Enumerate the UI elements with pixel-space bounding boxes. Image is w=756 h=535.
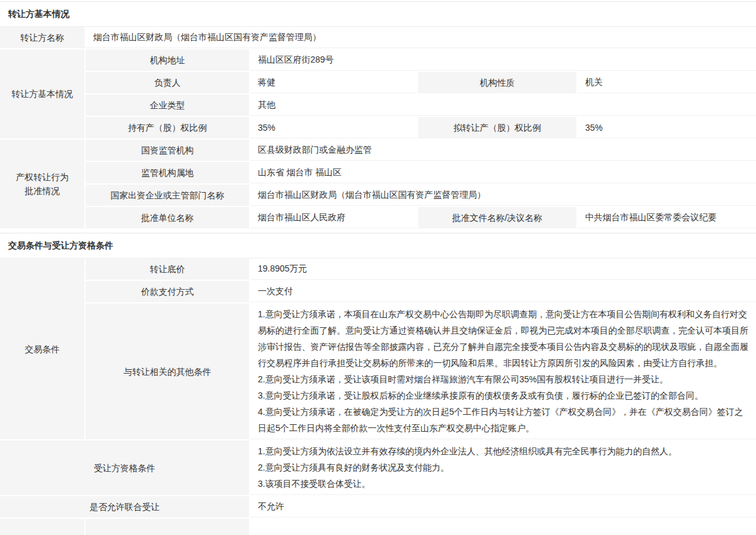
transferor-basic-rows: 机构地址 福山区区府街289号 负责人 蒋健 机构性质 机关 企业类型 其他 持… — [86, 49, 756, 138]
approval-group-label: 产权转让行为 批准情况 — [0, 140, 84, 228]
approval-doc-label: 批准文件名称/决议名称 — [418, 207, 576, 228]
org-address-value: 福山区区府街289号 — [250, 49, 756, 71]
section-trade-conditions: 交易条件与受让方资格条件 交易条件 转让底价 19.8905万元 价款支付方式 … — [0, 233, 756, 535]
transferor-name-value: 烟台市福山区财政局（烟台市福山区国有资产监督管理局） — [86, 27, 756, 48]
partial-label-cell — [86, 519, 249, 535]
other-conditions-value: 1.意向受让方须承诺，本项目在山东产权交易中心公告期即为尽职调查期，意向受让方在… — [250, 303, 756, 439]
approval-doc-value: 中共烟台市福山区委常委会议纪要 — [578, 207, 756, 228]
row-holding-ratio: 持有产（股）权比例 35% 拟转让产（股）权比例 35% — [86, 117, 756, 138]
payment-label: 价款支付方式 — [86, 281, 249, 302]
section-title-trade: 交易条件与受让方资格条件 — [0, 233, 756, 258]
partial-group-cell — [0, 519, 84, 535]
row-joint-transfer: 是否允许联合受让 不允许 — [0, 496, 756, 517]
transfer-listing-document: 转让方基本情况 转让方名称 烟台市福山区财政局（烟台市福山区国有资产监督管理局）… — [0, 1, 756, 535]
sasac-value: 区县级财政部门或金融办监管 — [250, 140, 756, 161]
row-transferor-name: 转让方名称 烟台市福山区财政局（烟台市福山区国有资产监督管理局） — [0, 27, 756, 48]
transferor-name-label: 转让方名称 — [0, 27, 84, 48]
row-other-conditions: 与转让相关的其他条件 1.意向受让方须承诺，本项目在山东产权交易中心公告期即为尽… — [86, 303, 756, 439]
approver-label: 批准单位名称 — [86, 207, 249, 228]
org-nature-value: 机关 — [578, 72, 756, 93]
enterprise-type-label: 企业类型 — [86, 94, 249, 116]
group-approval-info: 产权转让行为 批准情况 国资监管机构 区县级财政部门或金融办监管 监管机构属地 … — [0, 140, 756, 228]
enterprise-type-value: 其他 — [250, 94, 756, 116]
region-label: 监管机构属地 — [86, 162, 249, 183]
row-qualification: 受让方资格条件 1.意向受让方须为依法设立并有效存续的境内外企业法人、其他经济组… — [0, 441, 756, 495]
row-approver: 批准单位名称 烟台市福山区人民政府 批准文件名称/决议名称 中共烟台市福山区委常… — [86, 207, 756, 228]
transfer-ratio-label: 拟转让产（股）权比例 — [418, 117, 576, 138]
row-principal: 负责人 蒋健 机构性质 机关 — [86, 72, 756, 93]
org-nature-label: 机构性质 — [418, 72, 576, 93]
qualification-value: 1.意向受让方须为依法设立并有效存续的境内外企业法人、其他经济组织或具有完全民事… — [250, 441, 756, 495]
transfer-ratio-value: 35% — [578, 117, 756, 138]
holding-ratio-value: 35% — [250, 117, 417, 138]
joint-transfer-value: 不允许 — [250, 496, 756, 517]
transferor-basic-group-label: 转让方基本情况 — [0, 49, 84, 138]
parent-org-value: 烟台市福山区财政局（烟台市福山区国有资产监督管理局） — [250, 185, 756, 206]
group-transferor-basic: 转让方基本情况 机构地址 福山区区府街289号 负责人 蒋健 机构性质 机关 企… — [0, 49, 756, 138]
trade-group-label: 交易条件 — [0, 258, 84, 439]
trade-condition-rows: 转让底价 19.8905万元 价款支付方式 一次支付 与转让相关的其他条件 1.… — [86, 258, 756, 439]
partial-value-cell — [250, 519, 756, 535]
row-sasac: 国资监管机构 区县级财政部门或金融办监管 — [86, 140, 756, 161]
group-trade-conditions: 交易条件 转让底价 19.8905万元 价款支付方式 一次支付 与转让相关的其他… — [0, 258, 756, 439]
principal-label: 负责人 — [86, 72, 249, 93]
section-title-transferor: 转让方基本情况 — [0, 1, 756, 27]
row-payment-method: 价款支付方式 一次支付 — [86, 281, 756, 302]
org-address-label: 机构地址 — [86, 49, 249, 71]
section-transferor-info: 转让方基本情况 转让方名称 烟台市福山区财政局（烟台市福山区国有资产监督管理局）… — [0, 1, 756, 228]
sasac-label: 国资监管机构 — [86, 140, 249, 161]
qualification-label: 受让方资格条件 — [0, 441, 249, 495]
row-parent-org: 国家出资企业或主管部门名称 烟台市福山区财政局（烟台市福山区国有资产监督管理局） — [86, 185, 756, 206]
parent-org-label: 国家出资企业或主管部门名称 — [86, 185, 249, 206]
row-region: 监管机构属地 山东省 烟台市 福山区 — [86, 162, 756, 183]
joint-transfer-label: 是否允许联合受让 — [0, 496, 249, 517]
row-floor-price: 转让底价 19.8905万元 — [86, 258, 756, 280]
region-value: 山东省 烟台市 福山区 — [250, 162, 756, 183]
row-org-address: 机构地址 福山区区府街289号 — [86, 49, 756, 71]
approval-rows: 国资监管机构 区县级财政部门或金融办监管 监管机构属地 山东省 烟台市 福山区 … — [86, 140, 756, 228]
floor-price-label: 转让底价 — [86, 258, 249, 280]
floor-price-value: 19.8905万元 — [250, 258, 756, 280]
other-conditions-label: 与转让相关的其他条件 — [86, 303, 249, 439]
row-enterprise-type: 企业类型 其他 — [86, 94, 756, 116]
principal-value: 蒋健 — [250, 72, 417, 93]
row-partial-next — [0, 519, 756, 535]
approver-value: 烟台市福山区人民政府 — [250, 207, 417, 228]
holding-ratio-label: 持有产（股）权比例 — [86, 117, 249, 138]
payment-value: 一次支付 — [250, 281, 756, 302]
